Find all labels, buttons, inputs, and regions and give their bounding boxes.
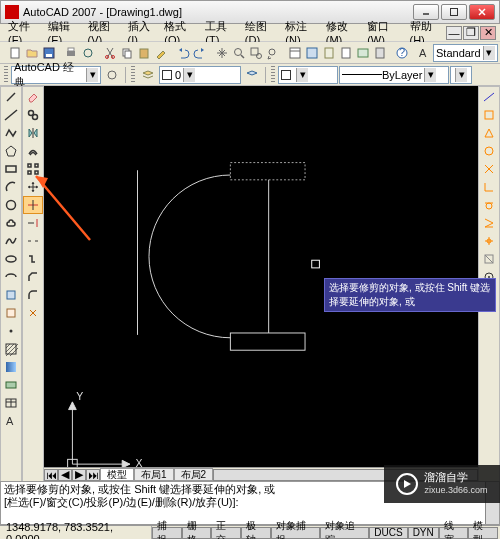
break-tool[interactable] (23, 232, 43, 250)
erase-tool[interactable] (23, 88, 43, 106)
svg-text:A: A (6, 415, 14, 427)
otrack-toggle[interactable]: 对象追踪 (320, 527, 369, 539)
explode-tool[interactable] (23, 304, 43, 322)
drawing-canvas[interactable]: X Y 选择要修剪的对象, 或按住 Shift 键选择要延伸的对象, 或 (44, 86, 478, 467)
trim-tool[interactable] (23, 196, 43, 214)
ellipse-tool[interactable] (1, 250, 21, 268)
point-tool[interactable] (1, 322, 21, 340)
maximize-button[interactable] (441, 4, 467, 20)
hatch-tool[interactable] (1, 340, 21, 358)
ellipse-arc-tool[interactable] (1, 268, 21, 286)
properties-button[interactable] (287, 43, 303, 63)
workspace-combo[interactable]: AutoCAD 经典▾ (11, 66, 101, 84)
redo-button[interactable] (192, 43, 208, 63)
linetype-combo[interactable]: ByLayer▾ (339, 66, 449, 84)
dyn-toggle[interactable]: DYN (408, 527, 439, 539)
spline-tool[interactable] (1, 232, 21, 250)
lineweight-combo[interactable]: ▾ (450, 66, 472, 84)
cut-button[interactable] (102, 43, 118, 63)
snap-toggle[interactable]: 捕捉 (152, 527, 182, 539)
layer-combo[interactable]: 0▾ (159, 66, 241, 84)
make-block-tool[interactable] (1, 304, 21, 322)
ducs-toggle[interactable]: DUCS (369, 527, 407, 539)
osnap-perp[interactable] (479, 178, 499, 196)
polar-toggle[interactable]: 极轴 (241, 527, 271, 539)
move-tool[interactable] (23, 178, 43, 196)
tab-next-button[interactable]: ▶ (72, 469, 86, 481)
copy-tool[interactable] (23, 106, 43, 124)
layer-manager-button[interactable] (138, 65, 158, 85)
fillet-tool[interactable] (23, 286, 43, 304)
join-tool[interactable] (23, 250, 43, 268)
rectangle-tool[interactable] (1, 160, 21, 178)
model-toggle[interactable]: 模型 (468, 527, 498, 539)
osnap-none[interactable] (479, 250, 499, 268)
tab-last-button[interactable]: ⏭ (86, 469, 100, 481)
close-button[interactable] (469, 4, 495, 20)
array-tool[interactable] (23, 160, 43, 178)
grid-toggle[interactable]: 栅格 (182, 527, 212, 539)
toolbar-grip[interactable] (271, 66, 275, 84)
offset-tool[interactable] (23, 142, 43, 160)
osnap-tangent[interactable] (479, 196, 499, 214)
toolbar-grip[interactable] (131, 66, 135, 84)
doc-minimize-button[interactable]: — (446, 26, 462, 40)
tab-layout1[interactable]: 布局1 (134, 468, 174, 481)
revcloud-tool[interactable] (1, 214, 21, 232)
copy-button[interactable] (119, 43, 135, 63)
markup-button[interactable] (355, 43, 371, 63)
paste-button[interactable] (136, 43, 152, 63)
osnap-toggle[interactable]: 对象捕捉 (271, 527, 320, 539)
polygon-tool[interactable] (1, 142, 21, 160)
zoom-previous-button[interactable] (265, 43, 281, 63)
svg-point-11 (112, 55, 115, 58)
region-tool[interactable] (1, 376, 21, 394)
tab-model[interactable]: 模型 (100, 468, 134, 481)
tab-prev-button[interactable]: ◀ (58, 469, 72, 481)
matchprop-button[interactable] (153, 43, 169, 63)
arc-tool[interactable] (1, 178, 21, 196)
osnap-intersection[interactable] (479, 160, 499, 178)
calc-button[interactable] (372, 43, 388, 63)
table-tool[interactable] (1, 394, 21, 412)
text-style-icon[interactable]: A (416, 43, 432, 63)
lwt-toggle[interactable]: 线宽 (439, 527, 469, 539)
chevron-down-icon: ▾ (424, 68, 436, 82)
pline-tool[interactable] (1, 124, 21, 142)
sheetset-button[interactable] (338, 43, 354, 63)
osnap-nearest[interactable] (479, 214, 499, 232)
gradient-tool[interactable] (1, 358, 21, 376)
coords-display[interactable]: 1348.9178, 783.3521, 0.0000 (2, 526, 152, 539)
xline-tool[interactable] (1, 106, 21, 124)
mirror-tool[interactable] (23, 124, 43, 142)
ortho-toggle[interactable]: 正交 (211, 527, 241, 539)
color-combo[interactable]: ▾ (278, 66, 338, 84)
osnap-node[interactable] (479, 232, 499, 250)
help-button[interactable]: ? (394, 43, 410, 63)
zoom-window-button[interactable] (248, 43, 264, 63)
designcenter-button[interactable] (304, 43, 320, 63)
toolpalette-button[interactable] (321, 43, 337, 63)
osnap-midpoint[interactable] (479, 124, 499, 142)
svg-point-64 (485, 147, 493, 155)
mtext-tool[interactable]: A (1, 412, 21, 430)
doc-restore-button[interactable]: ❐ (463, 26, 479, 40)
line-tool[interactable] (1, 88, 21, 106)
doc-close-button[interactable]: ✕ (480, 26, 496, 40)
undo-button[interactable] (175, 43, 191, 63)
insert-block-tool[interactable] (1, 286, 21, 304)
zoom-realtime-button[interactable] (231, 43, 247, 63)
pan-button[interactable] (214, 43, 230, 63)
text-style-combo[interactable]: Standard▾ (433, 44, 498, 62)
dist-tool[interactable] (479, 88, 499, 106)
circle-tool[interactable] (1, 196, 21, 214)
extend-tool[interactable] (23, 214, 43, 232)
osnap-center[interactable] (479, 142, 499, 160)
tab-layout2[interactable]: 布局2 (174, 468, 214, 481)
chamfer-tool[interactable] (23, 268, 43, 286)
osnap-endpoint[interactable] (479, 106, 499, 124)
tab-first-button[interactable]: ⏮ (44, 469, 58, 481)
workspace-settings-button[interactable] (102, 65, 122, 85)
toolbar-grip[interactable] (4, 66, 8, 84)
layer-previous-button[interactable] (242, 65, 262, 85)
